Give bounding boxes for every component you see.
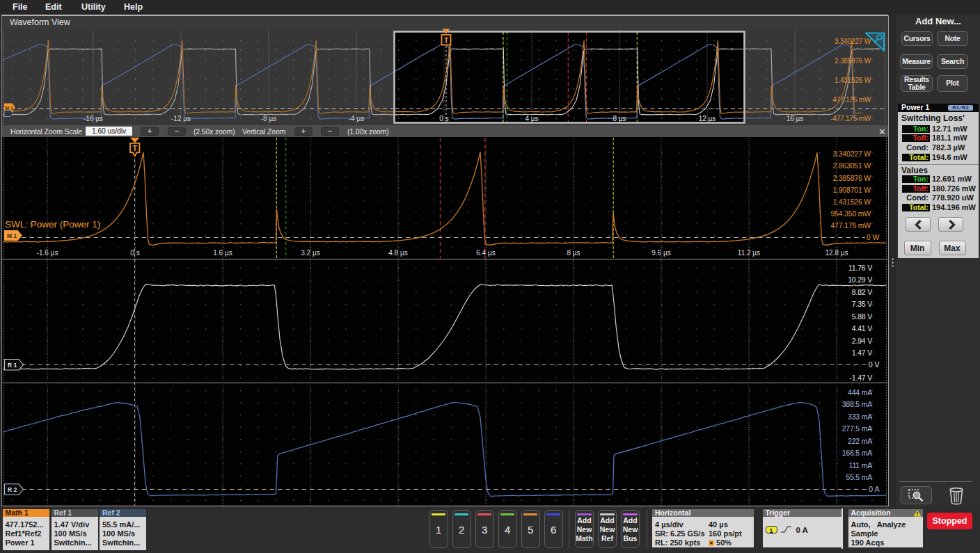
svg-text:R 2: R 2	[8, 486, 17, 493]
svg-text:8 µs: 8 µs	[567, 249, 580, 257]
svg-text:6.4 µs: 6.4 µs	[476, 249, 495, 257]
svg-text:55.5 mA: 55.5 mA	[846, 473, 872, 481]
svg-text:3.340227 W: 3.340227 W	[835, 38, 871, 45]
svg-text:477.175 mW: 477.175 mW	[830, 221, 871, 230]
svg-text:SWL: Power (Power 1): SWL: Power (Power 1)	[5, 219, 100, 230]
svg-text:9.6 µs: 9.6 µs	[651, 249, 670, 257]
svg-text:0 A: 0 A	[869, 485, 879, 493]
svg-text:7.35 V: 7.35 V	[852, 300, 872, 308]
svg-text:2.385876 W: 2.385876 W	[832, 174, 871, 182]
svg-text:5.88 V: 5.88 V	[852, 312, 872, 321]
svg-text:1.47 V: 1.47 V	[852, 348, 872, 357]
svg-text:8.82 V: 8.82 V	[852, 288, 872, 296]
svg-text:4.41 V: 4.41 V	[852, 324, 872, 332]
svg-text:0 s: 0 s	[130, 249, 139, 257]
svg-text:11.2 µs: 11.2 µs	[738, 249, 760, 257]
svg-text:12.8 µs: 12.8 µs	[825, 249, 848, 257]
svg-text:4.8 µs: 4.8 µs	[388, 249, 407, 257]
svg-text:-12 µs: -12 µs	[171, 115, 191, 122]
svg-text:-1.47 V: -1.47 V	[850, 374, 873, 382]
svg-text:0 V: 0 V	[869, 360, 880, 369]
svg-text:111 mA: 111 mA	[849, 461, 873, 470]
svg-text:4 µs: 4 µs	[525, 115, 538, 122]
svg-text:1.908701 W: 1.908701 W	[832, 186, 871, 194]
svg-text:-8 µs: -8 µs	[261, 115, 276, 122]
svg-text:3.340227 W: 3.340227 W	[832, 150, 871, 158]
svg-text:T: T	[133, 144, 138, 152]
svg-text:2.863051 W: 2.863051 W	[832, 161, 871, 170]
svg-text:M 1: M 1	[5, 106, 13, 111]
svg-text:12 µs: 12 µs	[699, 115, 716, 122]
svg-text:3.2 µs: 3.2 µs	[301, 249, 319, 257]
svg-text:1.6 µs: 1.6 µs	[213, 249, 232, 257]
svg-text:2.385876 W: 2.385876 W	[835, 57, 871, 65]
svg-text:2.94 V: 2.94 V	[852, 337, 872, 345]
svg-text:166.5 mA: 166.5 mA	[842, 449, 873, 457]
svg-text:16 µs: 16 µs	[787, 115, 804, 122]
svg-text:477.175 mW: 477.175 mW	[832, 96, 871, 104]
svg-text:10.29 V: 10.29 V	[848, 275, 872, 284]
svg-text:222 mA: 222 mA	[848, 437, 872, 445]
svg-text:388.5 mA: 388.5 mA	[842, 400, 873, 408]
svg-text:R 1: R 1	[8, 362, 17, 369]
svg-text:333 mA: 333 mA	[848, 412, 872, 421]
svg-text:-16 µs: -16 µs	[84, 115, 103, 122]
svg-text:1.431526 W: 1.431526 W	[835, 77, 871, 84]
svg-text:0 s: 0 s	[439, 115, 448, 122]
svg-text:T: T	[444, 37, 448, 45]
svg-text:-1.6 µs: -1.6 µs	[37, 249, 58, 257]
svg-text:-477.175 mW: -477.175 mW	[830, 115, 871, 122]
svg-text:8 µs: 8 µs	[612, 115, 626, 122]
svg-text:954.350 mW: 954.350 mW	[830, 209, 871, 218]
svg-text:277.5 mA: 277.5 mA	[842, 424, 873, 433]
svg-text:0 W: 0 W	[867, 233, 880, 241]
svg-text:444 mA: 444 mA	[848, 388, 872, 396]
svg-text:-4 µs: -4 µs	[349, 115, 364, 122]
svg-text:1.431526 W: 1.431526 W	[832, 198, 871, 206]
svg-text:M 1: M 1	[7, 232, 17, 239]
svg-text:11.76 V: 11.76 V	[848, 264, 872, 272]
